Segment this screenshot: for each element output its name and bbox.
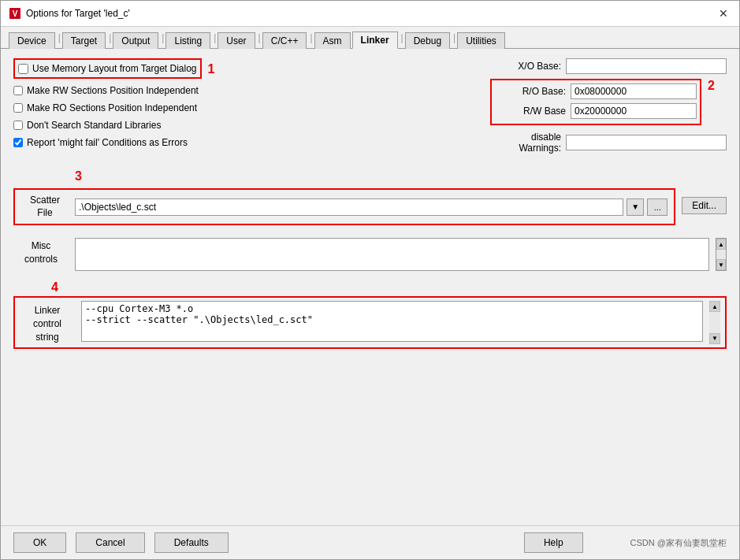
tab-output[interactable]: Output xyxy=(113,32,158,49)
tab-sep-3: | xyxy=(160,30,165,46)
left-column: Use Memory Layout from Target Dialog 1 M… xyxy=(13,58,474,155)
scatter-input-wrap: ▼ ... xyxy=(75,198,667,216)
make-rw-row: Make RW Sections Position Independent xyxy=(13,83,474,98)
linker-scrollbar: ▲ ▼ xyxy=(709,301,720,343)
bottom-buttons: OK Cancel Defaults xyxy=(13,532,229,553)
tab-sep-2: | xyxy=(107,30,113,46)
scatter-section-wrapper: 3 ScatterFile ▼ ... Edit... xyxy=(13,169,727,225)
scatter-file-label: ScatterFile xyxy=(21,195,69,219)
tab-listing[interactable]: Listing xyxy=(165,32,210,49)
linker-scroll-up[interactable]: ▲ xyxy=(709,301,720,312)
tab-asm[interactable]: Asm xyxy=(314,32,351,49)
tab-user[interactable]: User xyxy=(218,32,255,49)
dialog: V Options for Target 'led_c' ✕ Device | … xyxy=(0,0,740,560)
scatter-dropdown-button[interactable]: ▼ xyxy=(627,198,644,216)
scatter-file-box: ScatterFile ▼ ... xyxy=(13,188,675,225)
annotation-1: 1 xyxy=(208,62,215,76)
tab-utilities[interactable]: Utilities xyxy=(457,32,505,49)
svg-text:V: V xyxy=(13,9,18,18)
rw-base-label: R/W Base xyxy=(495,106,566,117)
linker-control-box: Linkercontrolstring --cpu Cortex-M3 *.o … xyxy=(13,296,727,348)
annotation-3-row: 3 xyxy=(13,169,727,184)
annotation-2: 2 xyxy=(708,79,715,93)
disable-warnings-row: disable Warnings: xyxy=(490,132,727,154)
scatter-row: ScatterFile ▼ ... Edit... xyxy=(13,185,727,225)
dont-search-checkbox[interactable] xyxy=(13,121,23,130)
scroll-track xyxy=(716,250,726,259)
tab-target[interactable]: Target xyxy=(62,32,106,49)
defaults-button[interactable]: Defaults xyxy=(154,532,229,553)
tab-sep-7: | xyxy=(400,30,405,46)
title-bar-left: V Options for Target 'led_c' xyxy=(9,7,130,20)
tab-device[interactable]: Device xyxy=(9,32,55,49)
scatter-browse-button[interactable]: ... xyxy=(647,198,667,216)
scroll-up-arrow[interactable]: ▲ xyxy=(716,239,726,250)
linker-control-textarea[interactable]: --cpu Cortex-M3 *.o --strict --scatter "… xyxy=(81,301,703,342)
disable-warnings-input[interactable] xyxy=(566,135,727,150)
disable-warnings-label: disable Warnings: xyxy=(490,132,561,154)
tab-cpp[interactable]: C/C++ xyxy=(262,32,307,49)
top-section: Use Memory Layout from Target Dialog 1 M… xyxy=(13,58,727,155)
help-button[interactable]: Help xyxy=(524,532,583,553)
make-ro-checkbox[interactable] xyxy=(13,103,23,113)
misc-controls-label: Misccontrols xyxy=(13,238,69,271)
dont-search-row: Don't Search Standard Libraries xyxy=(13,118,474,132)
report-conditions-label: Report 'might fail' Conditions as Errors xyxy=(27,137,188,148)
misc-controls-textarea[interactable] xyxy=(75,238,709,271)
tab-sep-4: | xyxy=(212,30,218,46)
use-memory-layout-checkbox[interactable] xyxy=(18,64,28,74)
use-memory-layout-box: Use Memory Layout from Target Dialog xyxy=(13,58,202,79)
title-bar: V Options for Target 'led_c' ✕ xyxy=(1,1,739,27)
misc-scrollbar[interactable]: ▲ ▼ xyxy=(716,238,727,271)
dont-search-label: Don't Search Standard Libraries xyxy=(27,120,161,131)
close-button[interactable]: ✕ xyxy=(716,6,731,21)
annotation-4: 4 xyxy=(51,280,58,295)
dialog-title: Options for Target 'led_c' xyxy=(26,8,130,19)
tab-linker[interactable]: Linker xyxy=(352,32,398,49)
edit-button[interactable]: Edit... xyxy=(682,197,727,214)
bottom-right: Help CSDN @家有仙妻凯堂柜 xyxy=(524,532,727,553)
report-conditions-row: Report 'might fail' Conditions as Errors xyxy=(13,135,474,150)
scatter-file-input[interactable] xyxy=(75,198,623,216)
app-icon: V xyxy=(9,7,21,20)
xo-base-row: X/O Base: xyxy=(490,58,727,74)
misc-controls-section: Misccontrols ▲ ▼ xyxy=(13,238,727,271)
ro-base-row: R/O Base: xyxy=(495,83,697,99)
ro-base-label: R/O Base: xyxy=(495,86,566,97)
make-rw-checkbox[interactable] xyxy=(13,86,23,95)
linker-control-wrapper: 4 Linkercontrolstring --cpu Cortex-M3 *.… xyxy=(13,280,727,348)
linker-scroll-track xyxy=(709,312,720,332)
use-memory-layout-label: Use Memory Layout from Target Dialog xyxy=(32,63,197,74)
rw-base-row: R/W Base xyxy=(495,103,697,119)
xo-base-label: X/O Base: xyxy=(490,61,561,72)
make-ro-row: Make RO Sections Position Independent xyxy=(13,101,474,115)
linker-scroll-down[interactable]: ▼ xyxy=(709,333,720,344)
ok-button[interactable]: OK xyxy=(13,532,66,553)
xo-base-input[interactable] xyxy=(566,58,727,74)
scroll-down-arrow[interactable]: ▼ xyxy=(716,259,726,270)
watermark-text: CSDN @家有仙妻凯堂柜 xyxy=(630,537,727,549)
tab-debug[interactable]: Debug xyxy=(405,32,450,49)
rw-base-input[interactable] xyxy=(571,103,697,119)
tab-sep-1: | xyxy=(57,30,62,46)
annotation-3: 3 xyxy=(75,169,82,184)
report-conditions-checkbox[interactable] xyxy=(13,138,23,147)
linker-control-label: Linkercontrolstring xyxy=(20,301,75,343)
bottom-bar: OK Cancel Defaults Help CSDN @家有仙妻凯堂柜 xyxy=(1,525,739,559)
tab-sep-5: | xyxy=(257,30,262,46)
make-ro-label: Make RO Sections Position Independent xyxy=(27,102,197,113)
ro-rw-box: R/O Base: R/W Base xyxy=(490,79,701,125)
tab-sep-6: | xyxy=(308,30,314,46)
right-column: X/O Base: R/O Base: R/W Base xyxy=(490,58,727,155)
make-rw-label: Make RW Sections Position Independent xyxy=(27,85,199,96)
tab-sep-8: | xyxy=(452,30,457,46)
content-area: Use Memory Layout from Target Dialog 1 M… xyxy=(1,49,739,525)
ro-base-input[interactable] xyxy=(571,83,697,99)
cancel-button[interactable]: Cancel xyxy=(76,532,144,553)
annotation-4-row: 4 xyxy=(13,280,727,295)
tabs-bar: Device | Target | Output | Listing | Use… xyxy=(1,27,739,49)
